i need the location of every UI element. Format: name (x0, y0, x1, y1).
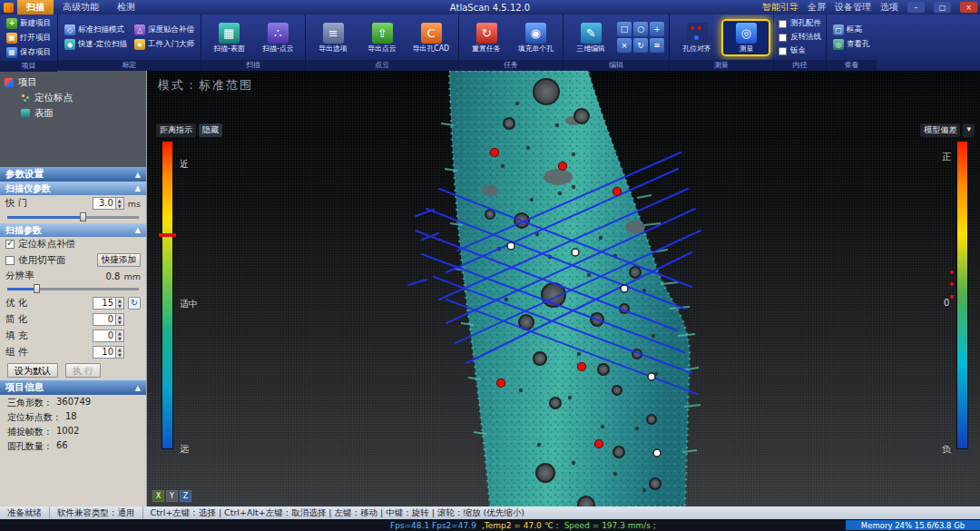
group-caption: 项目 (0, 61, 57, 72)
export-options-button[interactable]: 导出选项 (310, 21, 356, 54)
fill-hole-icon (525, 23, 546, 44)
checkbox-label: 测孔配件 (790, 18, 821, 29)
gauge-label-mid: 适中 (180, 298, 198, 310)
ribbon-group-pointcloud: 导出选项 导出点云 导出孔CAD 点云 (306, 15, 459, 71)
wizard-button[interactable]: 工件入门大师 (132, 38, 196, 52)
scan-pointcloud-button[interactable]: 扫描-点云 (255, 21, 300, 54)
tree-label: 项目 (18, 76, 37, 89)
circle-select-icon[interactable]: ○ (633, 22, 648, 36)
hole-align-button[interactable]: 孔位对齐 (674, 21, 720, 54)
frame-height-button[interactable]: 框高 (831, 24, 872, 37)
fill-spinner[interactable]: 0 ▲▼ (93, 329, 124, 342)
optimize-spinner[interactable]: 15 ▲▼ (93, 297, 124, 310)
distance-gauge-title: 距离指示 (156, 123, 196, 137)
project-info-header[interactable]: 项目信息 ▲ (0, 380, 146, 395)
button-label: 新建项目 (20, 18, 51, 29)
simplify-spinner[interactable]: 0 ▲▼ (93, 313, 124, 326)
shutter-slider[interactable] (7, 211, 139, 221)
simplify-value: 0 (93, 314, 115, 325)
section-title: 参数设置 (5, 168, 44, 181)
fill-label: 填 充 (5, 329, 27, 342)
wizard-icon (134, 39, 145, 50)
tab-scan[interactable]: 扫描 (17, 0, 54, 15)
deviation-gauge-title[interactable]: 模型偏差 (920, 123, 960, 137)
tab-inspect[interactable]: 检测 (108, 0, 144, 15)
axis-z-button[interactable]: Z (180, 490, 191, 502)
execute-button[interactable]: 执 行 (65, 363, 101, 378)
device-manager-button[interactable]: 设备管理 (835, 1, 871, 14)
maximize-button[interactable]: □ (934, 2, 951, 13)
smart-guide-button[interactable]: 智能引导 (762, 1, 799, 14)
hole-accessory-checkbox[interactable]: 测孔配件 (779, 17, 821, 30)
quick-locate-scan-button[interactable]: 快速-定位扫描 (63, 38, 129, 52)
selection-tools: □ ○ + × ↻ ≡ (617, 22, 664, 53)
marker-compensation-row[interactable]: 定位标点补偿 (0, 237, 146, 251)
rect-select-icon[interactable]: □ (617, 22, 632, 36)
tree-label: 表面 (34, 107, 54, 120)
options-button[interactable]: 选项 (880, 1, 898, 14)
scan-mode-label: 模式：标准范围 (158, 77, 253, 93)
scanner-params-header[interactable]: 扫描仪参数 ▲ (0, 182, 146, 195)
info-row-holes: 圆孔数量：66 (0, 438, 146, 453)
measure-button[interactable]: 测量 (723, 21, 769, 54)
add-select-icon[interactable]: + (650, 22, 664, 36)
open-project-button[interactable]: 打开项目 (5, 31, 53, 44)
ribbon-group-task: 重置任务 填充单个孔 任务 (459, 15, 564, 71)
resolution-slider[interactable] (7, 283, 139, 293)
app-title: AtlaScan 4.5.12.0 (450, 3, 530, 13)
view-hole-button[interactable]: 查看孔 (831, 38, 872, 52)
rotate-view-icon[interactable]: ↻ (633, 38, 648, 53)
edit-3d-button[interactable]: 三维编辑 (568, 21, 613, 54)
checkbox-label: 使用切平面 (18, 254, 66, 267)
slider-thumb[interactable] (80, 212, 86, 221)
scan-surface-button[interactable]: 扫描-表面 (206, 21, 251, 54)
fill-single-hole-button[interactable]: 填充单个孔 (513, 21, 558, 54)
slider-thumb[interactable] (34, 284, 40, 293)
quick-add-button[interactable]: 快捷添加 (97, 253, 141, 267)
reset-task-button[interactable]: 重置任务 (464, 21, 509, 54)
shutter-spinner[interactable]: 3.0 ▲▼ (93, 197, 124, 210)
shutter-value: 3.0 (93, 198, 115, 209)
checkbox-icon (779, 20, 787, 28)
params-section-header[interactable]: 参数设置 ▲ (0, 167, 146, 182)
measure-icon (736, 23, 757, 44)
project-tree: 项目 定位标点 表面 (0, 71, 146, 167)
export-pointcloud-button[interactable]: 导出点云 (359, 21, 405, 54)
export-hole-cad-button[interactable]: 导出孔CAD (408, 21, 454, 54)
axis-y-button[interactable]: Y (166, 490, 178, 502)
tree-node-project[interactable]: 项目 (5, 74, 142, 90)
scan-params-header[interactable]: 扫描参数 ▲ (0, 223, 146, 237)
component-spinner[interactable]: 10 ▲▼ (93, 346, 124, 359)
viewport-3d[interactable]: 模式：标准范围 距离指示 隐藏 近 适中 远 模型偏差 ▾ 正 0 (147, 71, 980, 506)
list-view-icon[interactable]: ≡ (650, 38, 664, 53)
fullscreen-button[interactable]: 全屏 (808, 1, 826, 14)
set-default-button[interactable]: 设为默认 (7, 363, 58, 378)
tree-node-markers[interactable]: 定位标点 (5, 90, 142, 105)
tree-label: 定位标点 (34, 92, 73, 104)
gauge-label-positive: 正 (942, 151, 951, 163)
minimize-button[interactable]: – (907, 2, 925, 13)
speed-readout: Speed = 197.3 mm/s ; (564, 521, 656, 530)
spinner-arrows-icon: ▲▼ (115, 330, 123, 341)
component-value: 10 (93, 347, 115, 358)
button-label: 测量 (739, 44, 753, 52)
checkbox-label: 反转法线 (790, 32, 821, 43)
status-mouse-hints: Ctrl+左键：选择 | Ctrl+Alt+左键：取消选择 | 左键：移动 | … (143, 506, 532, 519)
axis-x-button[interactable]: X (152, 490, 164, 502)
hide-gauge-button[interactable]: 隐藏 (199, 123, 222, 137)
tab-advanced[interactable]: 高级功能 (54, 0, 108, 15)
deselect-icon[interactable]: × (617, 38, 632, 53)
chevron-down-icon[interactable]: ▾ (963, 123, 975, 137)
marker-compensation-checkbox[interactable] (5, 240, 15, 249)
depth-patch-button[interactable]: 深度贴合补偿 (132, 24, 196, 37)
cut-plane-checkbox[interactable] (5, 256, 15, 265)
tree-node-surface[interactable]: 表面 (5, 105, 142, 121)
refresh-icon[interactable]: ↻ (128, 297, 141, 310)
new-project-button[interactable]: 新建项目 (5, 16, 53, 30)
standard-scan-mode-button[interactable]: 标准扫描模式 (63, 24, 129, 37)
flip-normals-checkbox[interactable]: 反转法线 (779, 31, 821, 44)
save-project-button[interactable]: 保存项目 (5, 45, 53, 59)
close-button[interactable]: × (960, 2, 977, 13)
distance-marker (159, 233, 176, 237)
sheet-metal-checkbox[interactable]: 钣金 (779, 44, 821, 57)
